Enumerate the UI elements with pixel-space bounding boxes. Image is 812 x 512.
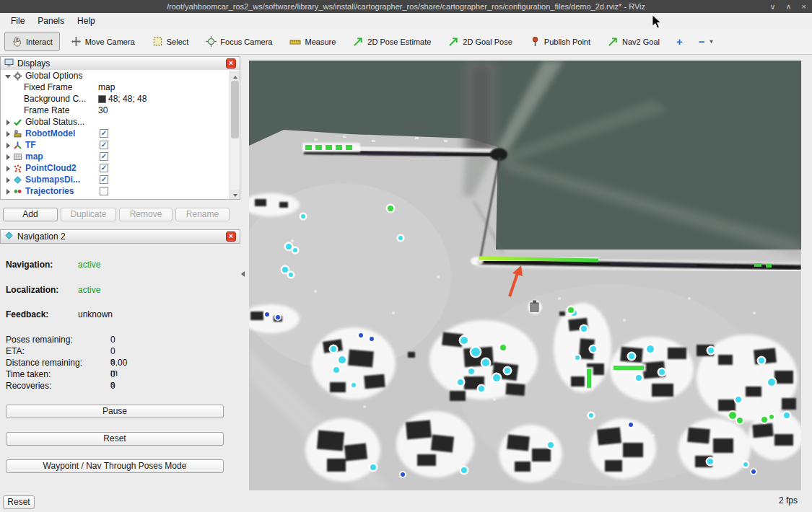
- displays-icon: [4, 58, 14, 69]
- tree-row-robotmodel[interactable]: RobotModel: [1, 128, 240, 139]
- trajectories-checkbox[interactable]: [100, 187, 108, 195]
- menu-help[interactable]: Help: [71, 14, 102, 28]
- tool-nav2-goal[interactable]: Nav2 Goal: [601, 32, 666, 51]
- nav2-panel-title: Navigation 2: [17, 231, 66, 242]
- tool-label: 2D Pose Estimate: [367, 37, 431, 46]
- fixed-frame-value[interactable]: map: [98, 82, 115, 92]
- tool-move-camera[interactable]: Move Camera: [64, 32, 141, 51]
- recoveries-value: 0: [110, 381, 115, 391]
- tool-measure[interactable]: Measure: [283, 32, 342, 51]
- tree-row-global-options[interactable]: Global Options: [1, 70, 240, 81]
- tree-scrollbar[interactable]: [230, 71, 239, 199]
- robot-model-marker: [528, 300, 542, 314]
- map-viewport[interactable]: [249, 61, 801, 490]
- remove-tool-button[interactable]: − ▾: [693, 32, 719, 51]
- window-shade-button[interactable]: ∨: [769, 2, 775, 12]
- tree-row-trajectories[interactable]: Trajectories: [1, 185, 240, 197]
- distance-remaining-label: Distance remaining:: [6, 358, 82, 368]
- feedback-status-badge: unknown: [78, 309, 113, 319]
- pause-button[interactable]: Pause: [6, 405, 224, 418]
- waypoint-mode-button[interactable]: Waypoint / Nav Through Poses Mode: [6, 459, 224, 473]
- expander-right-icon[interactable]: [4, 129, 13, 138]
- scroll-down-icon[interactable]: [230, 190, 240, 199]
- scrollbar-thumb[interactable]: [231, 81, 239, 138]
- window-titlebar[interactable]: /root/yahboomcar_ros2_ws/software/librar…: [0, 0, 812, 13]
- pointcloud2-checkbox[interactable]: [100, 164, 108, 172]
- tree-label: map: [25, 151, 43, 162]
- tf-axes-icon: [13, 141, 22, 150]
- status-reset-button[interactable]: Reset: [3, 495, 35, 509]
- feedback-label: Feedback:: [6, 309, 48, 319]
- tool-label: Publish Point: [544, 37, 590, 46]
- submaps-checkbox[interactable]: [100, 175, 108, 184]
- tree-row-fixed-frame[interactable]: Fixed Frame map: [1, 81, 240, 93]
- menu-file[interactable]: File: [4, 14, 31, 28]
- pose-arrow-icon: [353, 36, 364, 47]
- nav2-panel-header[interactable]: Navigation 2 ×: [0, 229, 240, 244]
- tool-focus-camera[interactable]: Focus Camera: [199, 32, 279, 51]
- expander-right-icon[interactable]: [4, 175, 13, 185]
- tool-label: Move Camera: [85, 37, 135, 46]
- eta-label: ETA:: [6, 346, 25, 356]
- window-unshade-button[interactable]: ∧: [786, 2, 792, 12]
- expander-right-icon[interactable]: [4, 164, 13, 173]
- expander-right-icon[interactable]: [4, 187, 13, 196]
- scroll-up-icon[interactable]: [230, 71, 240, 80]
- tree-row-submaps[interactable]: SubmapsDi...: [1, 174, 240, 185]
- tree-label: SubmapsDi...: [25, 175, 80, 185]
- expander-right-icon[interactable]: [4, 118, 13, 127]
- add-display-button[interactable]: Add: [3, 208, 58, 221]
- tree-row-map[interactable]: map: [1, 151, 240, 162]
- submaps-diamond-icon: [13, 175, 22, 185]
- toolbar: Interact Move Camera Select Focus Camera…: [0, 29, 812, 55]
- tool-interact[interactable]: Interact: [4, 32, 60, 51]
- window-title: /root/yahboomcar_ros2_ws/software/librar…: [167, 2, 645, 11]
- displays-panel-title: Displays: [17, 58, 50, 69]
- eta-row: ETA: 0 s: [6, 346, 25, 356]
- expander-right-icon[interactable]: [4, 152, 13, 162]
- feedback-status-row: Feedback: unknown: [6, 309, 48, 319]
- time-taken-label: Time taken:: [6, 369, 51, 379]
- map-checkbox[interactable]: [100, 152, 108, 161]
- tree-row-global-status[interactable]: Global Status...: [1, 116, 240, 128]
- reset-nav-button[interactable]: Reset: [6, 432, 224, 446]
- robotmodel-checkbox[interactable]: [100, 129, 108, 138]
- gear-icon: [13, 71, 22, 81]
- tool-label: Interact: [26, 37, 53, 46]
- splitter-collapse-handle[interactable]: [237, 268, 243, 280]
- tool-label: Focus Camera: [220, 37, 272, 46]
- frame-rate-value[interactable]: 30: [98, 105, 108, 115]
- tool-publish-point[interactable]: Publish Point: [523, 32, 597, 51]
- expander-down-icon[interactable]: [4, 71, 13, 81]
- navigation-status-badge: active: [78, 260, 100, 270]
- tree-row-background-color[interactable]: Background C... 48; 48; 48: [1, 93, 240, 105]
- rename-display-button: Rename: [175, 208, 230, 221]
- tool-2d-pose-estimate[interactable]: 2D Pose Estimate: [346, 32, 437, 51]
- tree-label: Global Options: [25, 71, 82, 81]
- expander-right-icon[interactable]: [4, 141, 13, 150]
- menubar: File Panels Help: [0, 13, 812, 29]
- menu-panels[interactable]: Panels: [31, 14, 71, 28]
- goal-arrow-icon: [448, 36, 459, 47]
- tree-row-frame-rate[interactable]: Frame Rate 30: [1, 105, 240, 116]
- hand-icon: [12, 36, 22, 47]
- tool-select[interactable]: Select: [146, 32, 196, 51]
- map-grid-icon: [13, 152, 22, 162]
- color-swatch: [98, 95, 106, 103]
- recoveries-row: Recoveries: 0: [6, 381, 51, 391]
- background-color-value[interactable]: 48; 48; 48: [98, 94, 147, 104]
- nav2-close-icon[interactable]: ×: [226, 231, 236, 242]
- window-close-button[interactable]: ×: [802, 2, 806, 11]
- tree-label: PointCloud2: [25, 163, 77, 173]
- tool-2d-goal-pose[interactable]: 2D Goal Pose: [442, 32, 518, 51]
- plus-icon: +: [676, 35, 683, 48]
- map-green-wall-line: [479, 258, 598, 260]
- tree-row-pointcloud2[interactable]: PointCloud2: [1, 162, 240, 174]
- tree-row-tf[interactable]: TF: [1, 139, 240, 151]
- localization-status-row: Localization: active: [6, 285, 58, 295]
- displays-close-icon[interactable]: ×: [226, 58, 236, 69]
- add-tool-button[interactable]: +: [671, 32, 689, 51]
- displays-panel-header[interactable]: Displays ×: [0, 56, 240, 71]
- tf-checkbox[interactable]: [100, 141, 108, 149]
- map-canvas: [249, 61, 801, 490]
